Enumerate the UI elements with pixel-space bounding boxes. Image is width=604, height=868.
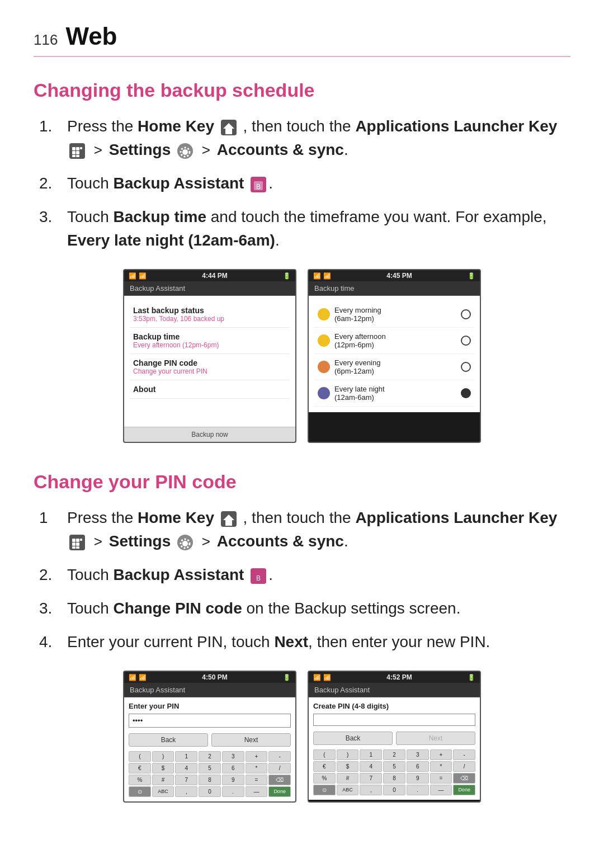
battery-icon4: 🔋 (468, 674, 475, 681)
key-5-r[interactable]: 5 (383, 761, 405, 772)
back-btn-right[interactable]: Back (313, 732, 393, 745)
key-dollar-r[interactable]: $ (337, 761, 359, 772)
key-5[interactable]: 5 (199, 763, 221, 773)
next-btn-right[interactable]: Next (396, 732, 475, 745)
key-euro[interactable]: € (129, 763, 151, 773)
key-7[interactable]: 7 (175, 775, 197, 785)
key-euro-r[interactable]: € (313, 761, 336, 772)
battery-icon2: 🔋 (468, 272, 475, 280)
key-2[interactable]: 2 (199, 751, 221, 762)
signal5-icon: 📶 (323, 674, 331, 681)
key-backspace[interactable]: ⌫ (268, 775, 291, 785)
key-slash[interactable]: / (268, 763, 291, 773)
key-8[interactable]: 8 (199, 775, 221, 785)
about-label: About (133, 385, 286, 394)
key-percent-r[interactable]: % (313, 773, 336, 784)
backup-assistant-icon: B (251, 177, 266, 192)
key-paren-close[interactable]: ) (152, 751, 174, 762)
key-backspace-r[interactable]: ⌫ (453, 773, 475, 784)
key-minus-r[interactable]: - (453, 749, 475, 760)
time-option-afternoon[interactable]: Every afternoon(12pm-6pm) (314, 328, 474, 354)
key-hash-r[interactable]: # (337, 773, 359, 784)
key-abc[interactable]: ABC (152, 786, 174, 797)
s2-step3-content: Touch Change PIN code on the Backup sett… (67, 597, 570, 620)
key-1-r[interactable]: 1 (360, 749, 382, 760)
s2-step1-content: Press the Home Key , then touch the Appl… (67, 506, 570, 553)
time-option-evening-left: Every evening(6pm-12am) (318, 358, 380, 375)
radio-morning (461, 309, 471, 319)
key-paren-open[interactable]: ( (129, 751, 151, 762)
afternoon-label: Every afternoon(12pm-6pm) (334, 332, 386, 349)
key-6[interactable]: 6 (222, 763, 244, 773)
settings-icon2 (177, 535, 193, 550)
sunset-icon (318, 361, 330, 373)
time-option-evening[interactable]: Every evening(6pm-12am) (314, 354, 474, 380)
key-1[interactable]: 1 (175, 751, 197, 762)
key-7-r[interactable]: 7 (360, 773, 382, 784)
backup-now-btn[interactable]: Backup now (124, 427, 295, 442)
section1-step2: 2. Touch Backup Assistant B . (39, 172, 570, 195)
last-backup-label: Last backup status (133, 306, 286, 315)
key-dollar[interactable]: $ (152, 763, 174, 773)
key-4[interactable]: 4 (175, 763, 197, 773)
key-star-r[interactable]: * (430, 761, 452, 772)
key-minus[interactable]: - (268, 751, 291, 762)
pin-input-right[interactable] (313, 714, 475, 726)
key-hash[interactable]: # (152, 775, 174, 785)
key-star[interactable]: * (246, 763, 268, 773)
key-percent[interactable]: % (129, 775, 151, 785)
status-time-left2: 4:50 PM (202, 673, 227, 681)
section2-steps: 1 Press the Home Key , then touch the Ap… (34, 506, 570, 654)
key-at-r[interactable]: ⊙ (313, 785, 336, 795)
key-paren-open-r[interactable]: ( (313, 749, 336, 760)
key-8-r[interactable]: 8 (383, 773, 405, 784)
backup-time-menu-label: Backup time (133, 332, 286, 341)
key-equals-r[interactable]: = (430, 773, 452, 784)
key-equals[interactable]: = (246, 775, 268, 785)
time-option-late-night[interactable]: Every late night(12am-6am) (314, 380, 474, 407)
step-num: 2. (39, 172, 67, 195)
key-period-r[interactable]: . (407, 785, 429, 795)
svg-rect-6 (72, 155, 76, 157)
next-btn-left[interactable]: Next (211, 733, 291, 747)
key-abc-r[interactable]: ABC (337, 785, 359, 795)
backup-time-sub: Every afternoon (12pm-6pm) (133, 341, 286, 349)
s2-step2-content: Touch Backup Assistant B . (67, 563, 570, 587)
key-dash[interactable]: — (246, 786, 268, 797)
key-dash-r[interactable]: — (430, 785, 452, 795)
step1-content: Press the Home Key , then touch the Appl… (67, 115, 570, 162)
key-paren-close-r[interactable]: ) (337, 749, 359, 760)
key-slash-r[interactable]: / (453, 761, 475, 772)
back-btn-left[interactable]: Back (129, 733, 208, 747)
gt-icon1: > (94, 139, 102, 161)
section-change-pin: Change your PIN code 1 Press the Home Ke… (34, 471, 570, 803)
key-3[interactable]: 3 (222, 751, 244, 762)
key-period[interactable]: . (222, 786, 244, 797)
key-at[interactable]: ⊙ (129, 786, 151, 797)
key-done-r[interactable]: Done (453, 785, 475, 795)
key-done[interactable]: Done (268, 786, 291, 797)
sun-icon-morning (318, 308, 330, 320)
sun-icon-afternoon (318, 334, 330, 347)
key-0-r[interactable]: 0 (383, 785, 405, 795)
apps-launcher-label: Applications Launcher Key (355, 117, 557, 135)
key-comma-r[interactable]: , (360, 785, 382, 795)
backup-assistant-label: Backup Assistant (114, 174, 244, 192)
key-3-r[interactable]: 3 (407, 749, 429, 760)
key-comma[interactable]: , (175, 786, 197, 797)
signal-icon4: 📶 (313, 674, 321, 681)
pin-input-left[interactable]: •••• (129, 714, 291, 728)
status-icons-right1: 📶 📶 (313, 272, 331, 280)
time-option-morning[interactable]: Every morning(6am-12pm) (314, 301, 474, 328)
key-6-r[interactable]: 6 (407, 761, 429, 772)
screen2-title-left: Backup Assistant (124, 683, 295, 697)
key-4-r[interactable]: 4 (360, 761, 382, 772)
statusbar-right2: 📶 📶 4:52 PM 🔋 (309, 672, 480, 683)
key-0[interactable]: 0 (199, 786, 221, 797)
key-9-r[interactable]: 9 (407, 773, 429, 784)
key-plus-r[interactable]: + (430, 749, 452, 760)
key-9[interactable]: 9 (222, 775, 244, 785)
key-2-r[interactable]: 2 (383, 749, 405, 760)
key-plus[interactable]: + (246, 751, 268, 762)
menu-item-change-pin: Change PIN code Change your current PIN (130, 354, 290, 380)
